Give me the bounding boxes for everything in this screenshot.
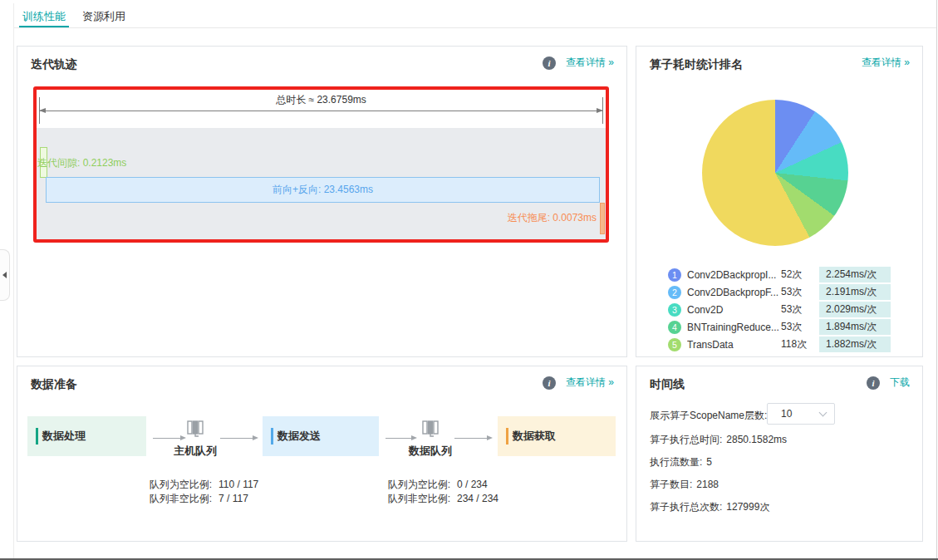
timeline-panel: 时间线 i 下载 展示算子ScopeName层数: 10 算子执行总时间:285… [636,366,923,542]
view-details-link[interactable]: 查看详情 » [566,56,614,70]
chevron-left-icon [2,272,7,278]
operator-count: 53次 [781,302,819,317]
window-right-border [936,0,937,560]
tab-training-performance[interactable]: 训练性能 [19,7,69,27]
rank-row: 1 Conv2DBackpropI... 52次 2.254ms/次 [668,266,911,283]
stat-label: 算子执行总时间: [650,434,722,445]
rank-badge: 3 [668,303,681,317]
stream-count-stat: 执行流数量:5 [650,455,712,469]
stage-accent-bar [36,428,38,445]
operator-name: BNTrainingReduce... [687,322,781,333]
operator-name: TransData [687,339,781,351]
iteration-gap-label: 迭代间隙: 0.2123ms [37,156,126,170]
view-details-link[interactable]: 查看详情 » [862,56,910,70]
operator-count: 118次 [781,337,819,351]
iteration-chart-highlighted[interactable]: 总时长 ≈ 23.6759ms 迭代间隙: 0.2123ms 前向+反向: 23… [33,86,609,243]
forward-backward-bar[interactable]: 前向+反向: 23.4563ms [46,177,600,203]
data-preparation-panel: 数据准备 i 查看详情 » 数据处理 主机队列 数据发送 [17,366,627,542]
scope-name-depth-label: 展示算子ScopeName层数: [650,409,767,423]
panel-title: 时间线 [650,377,685,392]
stat-value: 2188 [696,479,719,490]
rank-row: 2 Conv2DBackpropF... 53次 2.191ms/次 [668,283,911,301]
operator-avg-time: 1.894ms/次 [819,319,891,335]
info-icon[interactable]: i [543,376,556,390]
operator-name: Conv2D [687,304,781,316]
operator-ranking-panel: 算子耗时统计排名 查看详情 » 1 Conv2DBackpropI... 52次… [636,46,923,357]
operator-rank-list: 1 Conv2DBackpropI... 52次 2.254ms/次 2 Con… [668,266,911,353]
total-duration-label: 总时长 ≈ 23.6759ms [37,93,606,107]
scope-depth-select[interactable]: 10 [767,403,835,425]
stage-label: 数据处理 [42,429,86,444]
queue-nonempty-ratio-value: 234 / 234 [450,492,522,506]
queue-empty-ratio-value: 0 / 234 [450,478,522,492]
panel-title: 迭代轨迹 [31,57,77,72]
host-queue-stats: 队列为空比例: 110 / 117 队列非空比例: 7 / 117 [99,478,307,506]
rank-row: 3 Conv2D 53次 2.029ms/次 [668,301,911,318]
stage-label: 数据发送 [277,429,321,444]
queue-empty-ratio-value: 110 / 117 [212,478,283,492]
queue-nonempty-ratio-value: 7 / 117 [212,492,283,506]
operator-avg-time: 1.882ms/次 [819,336,891,352]
stat-label: 算子数目: [650,479,692,490]
operator-count: 53次 [781,320,819,334]
panel-title: 数据准备 [31,377,77,392]
queue-nonempty-ratio-label: 队列非空比例: [361,492,450,506]
operator-name: Conv2DBackpropI... [687,269,781,281]
chevron-down-icon [819,409,828,417]
download-link[interactable]: 下载 [890,376,910,390]
iteration-tail-bar[interactable] [600,203,605,234]
queue-label: 主机队列 [150,444,241,459]
stage-data-sending[interactable]: 数据发送 [263,416,379,456]
op-total-time-stat: 算子执行总时间:2850.1582ms [650,433,787,447]
flow-arrow-icon [454,435,493,441]
left-divider [13,3,14,558]
rank-badge: 1 [668,268,681,282]
scope-depth-value: 10 [781,408,820,420]
queue-icon [420,417,441,439]
total-duration-arrow: 总时长 ≈ 23.6759ms [37,90,606,128]
iteration-band: 迭代间隙: 0.2123ms 前向+反向: 23.4563ms 迭代拖尾: 0.… [37,128,606,239]
iteration-tail-label: 迭代拖尾: 0.0073ms [508,211,597,225]
queue-nonempty-ratio-label: 队列非空比例: [122,492,212,506]
info-icon[interactable]: i [543,56,556,70]
operator-avg-time: 2.029ms/次 [819,302,891,317]
queue-label: 数据队列 [385,444,476,459]
profiler-dashboard: 训练性能 资源利用 迭代轨迹 i 查看详情 » 总时长 ≈ 23.6759ms … [0,0,938,560]
operator-count: 52次 [781,268,819,282]
op-exec-total-stat: 算子执行总次数:127999次 [650,500,769,514]
rank-row: 5 TransData 118次 1.882ms/次 [668,336,911,353]
operator-count: 53次 [781,285,819,299]
stage-data-processing[interactable]: 数据处理 [27,416,146,456]
stage-data-fetching[interactable]: 数据获取 [498,416,616,456]
stat-label: 算子执行总次数: [650,501,722,513]
stat-value: 2850.1582ms [726,434,787,445]
info-icon[interactable]: i [867,376,880,390]
tab-resource-utilization[interactable]: 资源利用 [79,7,129,27]
iteration-trajectory-panel: 迭代轨迹 i 查看详情 » 总时长 ≈ 23.6759ms 迭代间隙: 0.21… [17,46,627,357]
queue-empty-ratio-label: 队列为空比例: [361,478,450,492]
stat-value: 127999次 [726,501,769,513]
operator-avg-time: 2.254ms/次 [819,267,891,282]
stage-accent-bar [506,428,508,445]
forward-backward-label: 前向+反向: 23.4563ms [273,183,373,197]
arrowhead-left-icon [39,108,46,113]
stat-label: 执行流数量: [650,456,702,468]
sidebar-collapse-handle[interactable] [0,249,10,301]
queue-icon [184,417,206,439]
operator-avg-time: 2.191ms/次 [819,284,891,300]
rank-badge: 2 [668,286,681,299]
operator-name: Conv2DBackpropF... [687,287,781,298]
stage-label: 数据获取 [513,429,556,444]
op-count-stat: 算子数目:2188 [650,478,719,492]
arrow-line [40,111,602,111]
rank-badge: 5 [668,338,681,351]
rank-row: 4 BNTrainingReduce... 53次 1.894ms/次 [668,318,911,336]
flow-arrow-icon [220,435,258,441]
data-queue-stats: 队列为空比例: 0 / 234 队列非空比例: 234 / 234 [337,478,545,506]
rank-badge: 4 [668,321,681,334]
panel-title: 算子耗时统计排名 [650,57,743,72]
arrowhead-right-icon [597,108,603,113]
queue-empty-ratio-label: 队列为空比例: [122,478,212,492]
view-details-link[interactable]: 查看详情 » [566,376,614,390]
operator-pie-chart[interactable] [702,100,848,246]
